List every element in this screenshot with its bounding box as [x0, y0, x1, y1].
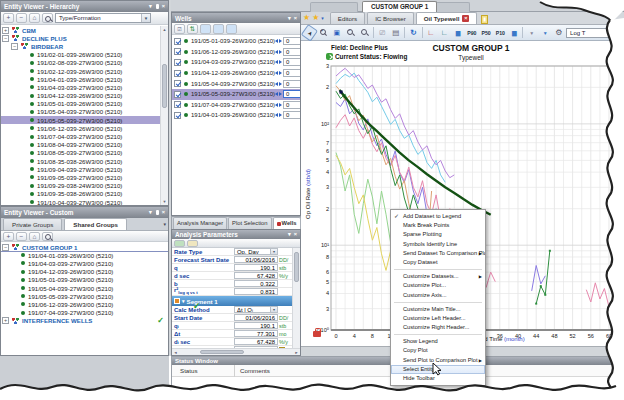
spinner-arrows-icon[interactable]	[275, 82, 282, 86]
spin-left-icon[interactable]	[275, 50, 278, 54]
well-value-input[interactable]: 0	[283, 48, 300, 56]
tree-group-item[interactable]: −CUSTOM GROUP 1	[1, 243, 168, 251]
tree-well-item[interactable]: 191/05-01-039-26W3/00 (5210)	[1, 100, 160, 108]
close-icon[interactable]: ×	[162, 1, 165, 12]
spin-right-icon[interactable]	[279, 39, 282, 43]
tree-group-item[interactable]: +INTERFERENCE WELLS✓	[1, 317, 168, 325]
series-well-8-late[interactable]	[536, 251, 550, 304]
close-icon[interactable]: ×	[294, 229, 297, 240]
spin-right-icon[interactable]	[279, 82, 282, 86]
param-value-dropdown[interactable]: Op. Day▾	[234, 248, 278, 255]
checkbox-icon[interactable]	[174, 38, 181, 45]
sort-arrows-icon[interactable]: ⇅	[187, 24, 198, 34]
home-icon[interactable]: ⌂	[29, 13, 40, 23]
param-value-input[interactable]: 190.1	[234, 322, 278, 329]
scrollbar-vertical[interactable]: ▲ ▼	[160, 26, 168, 205]
param-row[interactable]: Rate TypeOp. Day▾	[172, 248, 300, 256]
menu-item-add-dataset-to-legend[interactable]: ✓Add Dataset to Legend	[391, 212, 485, 221]
chevron-down-icon[interactable]: ▾	[149, 1, 152, 12]
scroll-right-icon[interactable]: ►	[293, 349, 300, 356]
spinner-arrows-icon[interactable]	[275, 50, 282, 54]
favorite-star-icon[interactable]: ★	[312, 12, 319, 24]
home-icon[interactable]: ⌂	[29, 232, 40, 241]
tree-well-item[interactable]: 191/06-12-039-26W3/00 (5210)	[1, 300, 168, 308]
spinner-arrows-icon[interactable]	[275, 92, 282, 96]
menu-item-send-dataset-to-comparison-plot[interactable]: Send Dataset To Comparison Plot▶	[391, 249, 485, 258]
percentile-button-p10[interactable]: P10	[494, 28, 507, 38]
well-value-input[interactable]: 0	[283, 111, 300, 119]
tab-plot-selection[interactable]: Plot Selection	[228, 217, 271, 229]
tree-expander-icon[interactable]: +	[2, 317, 9, 324]
param-value-input[interactable]: 01/06/2016	[234, 256, 278, 263]
spin-right-icon[interactable]	[279, 71, 282, 75]
tree-well-item[interactable]: 191/07-04-039-27W3/00 (5210)	[1, 309, 168, 317]
scale-dropdown[interactable]: Log T▼	[566, 28, 622, 38]
plot-button-icon[interactable]	[213, 24, 224, 34]
checkbox-icon[interactable]	[174, 80, 181, 87]
wells-row[interactable]: 191/04-01-039-26W3/00 (5210)0	[172, 110, 300, 121]
chevron-down-icon[interactable]: ▾	[270, 307, 277, 312]
tree-well-item[interactable]: 191/09-05-039-27W3/00 (5210)	[1, 173, 160, 181]
tree-well-item[interactable]: 191/05-05-039-27W3/00 (5210)	[1, 116, 160, 124]
main-document-tab[interactable]: CUSTOM GROUP 1	[362, 1, 437, 12]
tree-group-item[interactable]: −DECLINE PLUS	[1, 34, 160, 42]
well-value-input[interactable]: 0	[283, 58, 300, 66]
chevron-down-icon[interactable]: ▾	[288, 229, 291, 240]
tree-well-item[interactable]: 191/09-35-038-26W3/00 (5210)	[1, 190, 160, 198]
comments-column-header[interactable]: Comments	[240, 367, 270, 374]
scroll-left-icon[interactable]: ◄	[172, 349, 179, 356]
tree-well-item[interactable]: 191/05-01-039-26W3/00 (5210)	[1, 276, 168, 284]
spin-right-icon[interactable]	[279, 113, 282, 117]
spinner-arrows-icon[interactable]	[275, 113, 282, 117]
spinner-arrows-icon[interactable]	[275, 71, 282, 75]
param-row[interactable]: qᵢ190.1stb	[172, 322, 300, 330]
well-value-input[interactable]: 0	[283, 90, 300, 98]
scrollbar-horizontal[interactable]: ◄ ►	[172, 348, 300, 355]
tree-well-item[interactable]: 191/09-04-039-27W3/00 (5210)	[1, 165, 160, 173]
tab-analysis-manager[interactable]: Analysis Manager	[173, 217, 227, 229]
spin-left-icon[interactable]	[275, 60, 278, 64]
tree-well-item[interactable]: 191/09-29-038-24W3/00 (5210)	[1, 182, 160, 190]
panel-titlebar[interactable]: Entity Viewer - Hierarchy ▾ ×	[1, 1, 168, 12]
scrollbar-vertical[interactable]	[292, 248, 300, 348]
menu-item-customize-main-title[interactable]: Customize Main Title...	[391, 305, 485, 314]
checkbox-icon[interactable]	[174, 101, 181, 108]
panel-titlebar[interactable]: Wells ▾ ×	[172, 13, 300, 23]
panel-titlebar[interactable]: Analysis Parameters ▾ ×	[172, 230, 300, 239]
tree-well-item[interactable]: 191/05-05-039-27W3/00 (5210)	[1, 292, 168, 300]
wells-row[interactable]: 191/05-04-039-27W3/00 (5210)0	[172, 78, 300, 89]
param-value-input[interactable]: 01/06/2016	[234, 314, 278, 321]
checkbox-icon[interactable]	[174, 112, 181, 119]
chevron-down-icon[interactable]: ▾	[617, 357, 620, 365]
percentile-button-p90[interactable]: P90	[465, 28, 478, 38]
chevron-down-icon[interactable]: ▼	[141, 14, 150, 22]
search-icon[interactable]	[42, 13, 53, 23]
tree-well-item[interactable]: 191/02-12-039-26W3/00 (5210)	[1, 67, 160, 75]
param-value-dropdown[interactable]: Δt | Qᵢ▾	[234, 306, 278, 313]
remove-icon[interactable]: −	[16, 13, 27, 23]
tree-well-item[interactable]: 191/08-04-039-27W3/00 (5210)	[1, 141, 160, 149]
blank-tab[interactable]	[310, 2, 358, 12]
checkbox-icon[interactable]	[174, 91, 181, 98]
pin-icon[interactable]	[156, 4, 159, 9]
tree-well-item[interactable]: 191/08-35-038-26W3/00 (5210)	[1, 157, 160, 165]
param-value-input[interactable]: 0.322	[234, 280, 278, 287]
menu-item-symbols-identify-line[interactable]: Symbols Identify Line	[391, 240, 485, 249]
menu-item-show-legend[interactable]: Show Legend	[391, 337, 485, 346]
zoom-out-icon[interactable]: −	[344, 27, 357, 39]
chevron-down-icon[interactable]: ▾	[270, 249, 277, 254]
pin-icon[interactable]	[156, 210, 159, 215]
tab-oil-typewell[interactable]: Oil Typewell×	[416, 12, 478, 24]
table-green-icon[interactable]	[174, 240, 185, 247]
well-value-input[interactable]: 0	[283, 69, 300, 77]
param-row[interactable]: Calc MethodΔt | Qᵢ▾	[172, 306, 300, 314]
spin-right-icon[interactable]	[279, 92, 282, 96]
tab-editors[interactable]: Editors	[330, 12, 365, 24]
wells-row[interactable]: 191/05-05-039-27W3/00 (5210)0	[172, 89, 300, 100]
spinner-arrows-icon[interactable]	[275, 39, 282, 43]
menu-item-copy-dataset[interactable]: Copy Dataset	[391, 258, 485, 267]
zoom-in-icon[interactable]: +	[317, 27, 330, 39]
zoom-reset-icon[interactable]	[358, 27, 371, 39]
well-value-input[interactable]: 0	[283, 37, 300, 45]
tab-private-groups[interactable]: Private Groups	[3, 218, 62, 230]
